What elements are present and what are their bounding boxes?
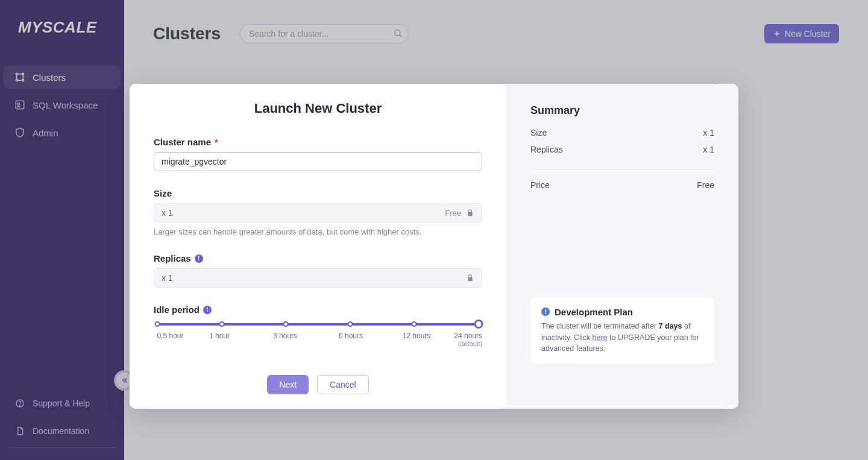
plan-card: ! Development Plan The cluster will be t… [530,297,714,364]
idle-period-section: Idle period ! 0.5 hour 1 hour 3 hours [154,304,482,352]
replicas-label-text: Replicas [154,253,191,263]
modal-form: Launch New Cluster Cluster name * Size x… [130,84,506,409]
slider-label: 12 hours [403,332,431,340]
size-value: x 1 [162,208,173,218]
info-icon[interactable]: ! [195,254,203,263]
summary-price-label: Price [530,180,550,190]
size-label: Size [154,188,482,198]
modal-actions: Next Cancel [154,375,482,394]
size-badge: Free [445,209,461,218]
replicas-label: Replicas ! [154,253,482,263]
slider-label: 6 hours [339,332,363,340]
upgrade-link[interactable]: here [593,333,608,342]
lock-icon [466,209,474,217]
slider-label: 24 hours (default) [454,332,482,347]
size-section: Size x 1 Free Larger sizes can handle gr… [154,188,482,236]
modal-title: Launch New Cluster [154,101,482,116]
summary-replicas-label: Replicas [530,145,563,154]
summary-title: Summary [530,104,714,117]
replicas-select[interactable]: x 1 [154,268,482,288]
summary-divider [530,169,714,169]
launch-cluster-modal: Launch New Cluster Cluster name * Size x… [130,84,738,409]
required-indicator: * [215,137,218,147]
cancel-button[interactable]: Cancel [317,375,369,394]
cluster-name-input[interactable] [154,152,482,171]
cluster-name-label: Cluster name * [154,137,482,147]
cluster-name-section: Cluster name * [154,137,482,171]
summary-price-value: Free [697,180,714,190]
summary-replicas-row: Replicas x 1 [530,145,714,154]
summary-replicas-value: x 1 [703,145,714,154]
replicas-value: x 1 [162,273,173,283]
idle-period-label: Idle period ! [154,304,482,315]
plan-description: The cluster will be terminated after 7 d… [541,321,703,354]
next-button[interactable]: Next [267,375,309,394]
summary-size-value: x 1 [703,128,714,137]
replicas-section: Replicas ! x 1 [154,253,482,288]
slider-label: 3 hours [273,332,297,340]
idle-period-label-text: Idle period [154,304,200,315]
slider-label: 1 hour [209,332,230,340]
slider-handle[interactable] [474,320,483,329]
idle-period-slider[interactable]: 0.5 hour 1 hour 3 hours 6 hours 12 hours… [154,320,482,352]
summary-price-row: Price Free [530,180,714,190]
info-icon: ! [541,307,550,316]
modal-summary: Summary Size x 1 Replicas x 1 Price Free… [506,84,738,409]
cluster-name-label-text: Cluster name [154,137,211,147]
summary-size-label: Size [530,128,547,137]
plan-title-row: ! Development Plan [541,307,703,317]
size-help-text: Larger sizes can handle greater amounts … [154,227,482,236]
slider-label: 0.5 hour [157,332,183,340]
info-icon[interactable]: ! [203,306,212,314]
size-select[interactable]: x 1 Free [154,203,482,222]
summary-size-row: Size x 1 [530,128,714,137]
plan-title: Development Plan [555,307,633,317]
lock-icon [466,274,474,282]
